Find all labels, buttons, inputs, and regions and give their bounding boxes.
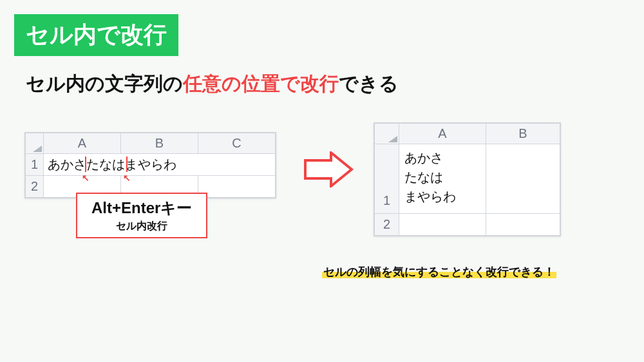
- col-header-b: B: [121, 133, 198, 154]
- col-header-b: B: [486, 124, 560, 144]
- col-header-c: C: [198, 133, 276, 154]
- row-header-1: 1: [26, 154, 44, 176]
- callout-box: Alt+Enterキー セル内改行: [76, 193, 207, 238]
- footer-text: セルの列幅を気にすることなく改行できる！: [322, 265, 556, 278]
- cursor-arrow-icon-2: ↖: [123, 173, 131, 183]
- cursor-mark-1: [85, 157, 86, 172]
- cursor-mark-2: [126, 157, 128, 172]
- spreadsheet-before: A B C 1 あかさたなはまやらわ 2 ↖ ↖: [24, 132, 276, 198]
- sheet-corner: [375, 124, 399, 144]
- cell-a1-text: あかさたなはまやらわ: [48, 157, 176, 171]
- cell-a1-after: あかさ たなは まやらわ: [399, 144, 486, 214]
- subtitle: セル内の文字列の任意の位置で改行できる: [26, 71, 399, 97]
- cell-a2: [399, 214, 486, 236]
- cell-line-2: たなは: [404, 167, 480, 187]
- cell-a1-before: あかさたなはまやらわ: [44, 154, 276, 176]
- subtitle-emphasis: 任意の位置で改行: [183, 73, 339, 94]
- col-header-a: A: [399, 124, 486, 144]
- spreadsheet-after: A B 1 あかさ たなは まやらわ 2: [374, 122, 561, 236]
- cursor-arrow-icon-1: ↖: [82, 173, 90, 183]
- cell-b2: [486, 214, 560, 236]
- callout-key: Alt+Enterキー: [91, 198, 192, 218]
- arrow-right-icon: [303, 151, 354, 187]
- cell-c2: [198, 176, 276, 198]
- svg-marker-0: [305, 153, 352, 186]
- cell-b1: [486, 144, 560, 214]
- title-badge: セル内で改行: [14, 14, 178, 56]
- sheet-corner: [26, 133, 44, 154]
- cell-line-3: まやらわ: [404, 187, 480, 206]
- row-header-1: 1: [375, 144, 399, 214]
- row-header-2: 2: [375, 214, 399, 236]
- cell-line-1: あかさ: [404, 148, 480, 167]
- col-header-a: A: [44, 133, 121, 154]
- row-header-2: 2: [26, 176, 44, 198]
- callout-sub: セル内改行: [91, 220, 192, 233]
- subtitle-pre: セル内の文字列の: [26, 73, 183, 94]
- footer-note: セルの列幅を気にすることなく改行できる！: [322, 264, 556, 280]
- subtitle-post: できる: [339, 73, 399, 94]
